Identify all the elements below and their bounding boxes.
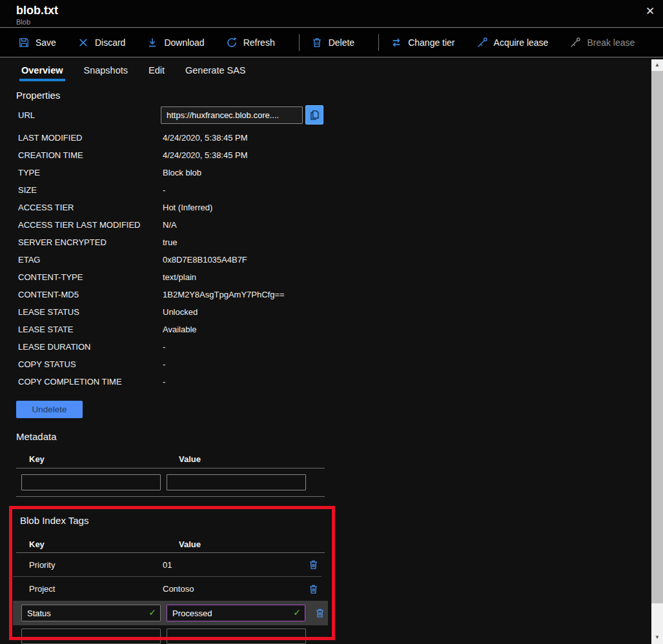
delete-tag-button[interactable] [305, 557, 321, 572]
property-label: ACCESS TIER LAST MODIFIED [18, 220, 163, 230]
tab-bar: OverviewSnapshotsEditGenerate SAS [0, 58, 651, 81]
scroll-down-icon[interactable]: ▼ [651, 632, 663, 643]
tab-edit[interactable]: Edit [147, 64, 167, 81]
tag-row: ProjectContoso [13, 577, 321, 601]
property-row: COPY COMPLETION TIME- [18, 373, 651, 390]
property-value: - [163, 342, 165, 352]
tag-row: Priority01 [13, 553, 321, 577]
metadata-value-header: Value [179, 454, 201, 464]
property-label: SERVER ENCRYPTED [18, 237, 163, 247]
tag-value: 01 [163, 560, 305, 570]
download-button[interactable]: Download [147, 37, 204, 48]
property-value: 4/24/2020, 5:38:45 PM [163, 133, 248, 143]
save-button[interactable]: Save [18, 37, 56, 48]
tag-key-new-input[interactable] [21, 629, 161, 644]
property-value: Available [163, 325, 197, 334]
break-lease-button[interactable]: Break lease [569, 37, 635, 48]
url-label: URL [18, 110, 161, 120]
discard-button[interactable]: Discard [77, 37, 125, 48]
property-row: LAST MODIFIED4/24/2020, 5:38:45 PM [18, 129, 651, 146]
scrollbar-thumb[interactable] [651, 71, 663, 603]
tag-new-row [21, 629, 651, 644]
property-label: SIZE [18, 185, 163, 195]
metadata-new-row [21, 474, 651, 490]
trash-icon [308, 583, 319, 595]
refresh-button[interactable]: Refresh [226, 37, 275, 48]
property-row: ETAG0x8D7E8B1035A4B7F [18, 251, 651, 268]
property-row: LEASE STATEAvailable [18, 321, 651, 338]
change-tier-button[interactable]: Change tier [391, 37, 454, 48]
property-value: 4/24/2020, 5:38:45 PM [163, 150, 248, 160]
property-row: ACCESS TIERHot (Inferred) [18, 199, 651, 216]
trash-icon [308, 559, 319, 570]
delete-icon [311, 37, 323, 48]
tab-generate-sas[interactable]: Generate SAS [183, 64, 248, 81]
property-row: CONTENT-TYPEtext/plain [18, 268, 651, 286]
property-value: 1B2M2Y8AsgTpgAmY7PhCfg== [163, 290, 285, 299]
tag-list: Priority01ProjectContoso [0, 553, 651, 601]
close-icon[interactable]: ✕ [642, 3, 658, 19]
metadata-key-input[interactable] [21, 474, 161, 490]
trash-icon [314, 607, 325, 619]
toolbar-item-label: Refresh [243, 37, 275, 48]
tag-key: Project [13, 584, 163, 594]
property-label: COPY STATUS [18, 359, 163, 369]
property-value: - [163, 359, 165, 369]
property-label: LAST MODIFIED [18, 133, 163, 143]
property-value: - [163, 185, 165, 195]
property-value: Hot (Inferred) [163, 203, 212, 212]
delete-button[interactable]: Delete [311, 37, 354, 48]
toolbar-item-label: Acquire lease [494, 37, 549, 48]
undelete-button[interactable]: Undelete [16, 401, 83, 418]
property-label: TYPE [18, 168, 163, 177]
tab-snapshots[interactable]: Snapshots [82, 64, 130, 81]
property-label: CONTENT-MD5 [18, 290, 163, 299]
property-value: text/plain [163, 272, 196, 282]
property-label: COPY COMPLETION TIME [18, 377, 163, 387]
property-row: LEASE DURATION- [18, 338, 651, 356]
discard-icon [77, 37, 89, 48]
main-content: OverviewSnapshotsEditGenerate SAS Proper… [0, 58, 651, 644]
break-lease-icon [569, 37, 581, 48]
tag-value-new-input[interactable] [167, 629, 306, 644]
toolbar-separator [299, 34, 300, 51]
tag-key-edit-input[interactable] [21, 605, 161, 621]
page-title: blob.txt [16, 4, 58, 17]
scroll-up-icon[interactable]: ▲ [651, 59, 663, 70]
tag-value: Contoso [163, 584, 305, 594]
property-row: SIZE- [18, 181, 651, 199]
change-tier-icon [391, 37, 402, 48]
delete-tag-button[interactable] [305, 581, 321, 597]
property-label: ETAG [18, 255, 163, 265]
property-value: - [163, 377, 165, 387]
refresh-icon [226, 37, 238, 48]
property-row: CONTENT-MD51B2M2Y8AsgTpgAmY7PhCfg== [18, 286, 651, 303]
property-label: CONTENT-TYPE [18, 272, 163, 282]
toolbar-item-label: Delete [329, 37, 354, 48]
tags-key-header: Key [29, 539, 179, 549]
property-row: SERVER ENCRYPTEDtrue [18, 234, 651, 251]
property-value: N/A [163, 220, 177, 230]
property-row: CREATION TIME4/24/2020, 5:38:45 PM [18, 146, 651, 164]
property-label: ACCESS TIER [18, 203, 163, 212]
vertical-scrollbar[interactable]: ▲ ▼ [651, 59, 663, 644]
save-icon [18, 37, 30, 48]
copy-url-button[interactable] [305, 105, 323, 125]
toolbar-item-label: Discard [95, 37, 125, 48]
metadata-heading: Metadata [16, 431, 651, 442]
acquire-lease-button[interactable]: Acquire lease [476, 37, 549, 48]
tag-value-edit-input[interactable] [167, 605, 305, 621]
blob-properties-window: blob.txt Blob ✕ SaveDiscardDownloadRefre… [0, 0, 663, 644]
acquire-lease-icon [476, 37, 488, 48]
divider [16, 496, 325, 497]
toolbar-item-label: Break lease [587, 37, 635, 48]
url-input[interactable] [161, 106, 303, 124]
property-value: 0x8D7E8B1035A4B7F [163, 255, 247, 265]
property-row: ACCESS TIER LAST MODIFIEDN/A [18, 216, 651, 234]
delete-tag-button[interactable] [311, 605, 328, 621]
tab-overview[interactable]: Overview [19, 64, 65, 81]
metadata-value-input[interactable] [167, 474, 306, 490]
toolbar-item-label: Save [36, 37, 56, 48]
tags-header-row: Key Value [29, 539, 651, 549]
property-value: Block blob [163, 168, 201, 177]
